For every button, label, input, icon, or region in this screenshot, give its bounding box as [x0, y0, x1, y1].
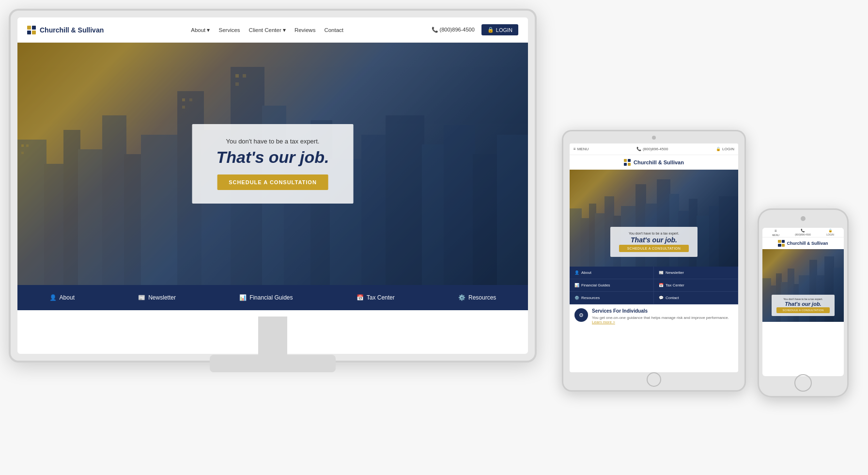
tablet-logo-row[interactable]: Churchill & Sullivan [570, 155, 738, 170]
tablet-menu-item[interactable]: ≡ MENU [574, 147, 589, 151]
lock-icon: 🔒 [487, 27, 494, 33]
tablet-hero-subtitle: You don't have to be a tax expert. [619, 232, 689, 235]
phone-home-button[interactable] [794, 374, 812, 392]
tablet-phone-label: (800)896-4500 [643, 147, 668, 151]
nav-reviews[interactable]: Reviews [294, 27, 315, 33]
bottom-nav-resources[interactable]: ⚙️ Resources [458, 294, 496, 301]
tablet-brand-name: Churchill & Sullivan [634, 159, 684, 165]
tablet-link-contact-label: Contact [666, 296, 679, 300]
tablet-links-grid: 👤 About 📰 Newsletter 📊 Financial Guides … [570, 267, 738, 304]
calendar-icon-tablet: 📅 [659, 283, 664, 287]
phone-logo-icon [778, 240, 785, 247]
phone-camera [801, 216, 806, 221]
phone-icon-tablet: 📞 [636, 147, 641, 151]
hamburger-icon-phone: ≡ [775, 229, 777, 233]
tablet-link-contact[interactable]: 💬 Contact [654, 292, 738, 304]
tablet-link-financial-label: Financial Guides [581, 283, 610, 287]
tablet-services-title: Services For Individuals [592, 308, 729, 314]
phone-schedule-button[interactable]: SCHEDULE A CONSULTATION [776, 307, 830, 313]
phone-logo-row[interactable]: Churchill & Sullivan [762, 238, 844, 249]
tablet-services-link[interactable]: Learn more > [592, 320, 729, 324]
login-label: LOGIN [496, 27, 512, 33]
desktop-login-button[interactable]: 🔒 LOGIN [481, 24, 518, 35]
desktop-schedule-button[interactable]: SCHEDULE A CONSULTATION [217, 174, 328, 190]
tablet-hero-title: That's our job. [619, 236, 689, 244]
tablet-link-about-label: About [581, 270, 591, 275]
phone-menu-item[interactable]: ≡ MENU [772, 229, 779, 237]
tablet-phone-item[interactable]: 📞 (800)896-4500 [636, 147, 668, 151]
phone-device: ≡ MENU 📞 (800)896-4500 🔒 LOGIN [758, 208, 849, 397]
bottom-about-label: About [60, 294, 75, 301]
phone-hero-content: You don't have to be a tax expert. That'… [772, 295, 835, 316]
tablet-logo-icon [624, 159, 631, 166]
tablet-link-tax[interactable]: 📅 Tax Center [654, 279, 738, 292]
contact-icon-tablet: 💬 [659, 296, 664, 300]
desktop-nav-right: 📞 (800)896-4500 🔒 LOGIN [432, 24, 518, 35]
gear-icon-tablet: ⚙️ [574, 296, 579, 300]
bottom-tax-label: Tax Center [367, 294, 395, 301]
tablet-screen: ≡ MENU 📞 (800)896-4500 🔒 LOGIN [570, 143, 738, 372]
phone-bezel: ≡ MENU 📞 (800)896-4500 🔒 LOGIN [758, 208, 849, 397]
nav-services[interactable]: Services [219, 27, 240, 33]
tablet-link-financial[interactable]: 📊 Financial Guides [570, 279, 654, 292]
tablet-camera [652, 136, 656, 140]
bottom-nav-tax-center[interactable]: 📅 Tax Center [356, 294, 395, 301]
hamburger-icon: ≡ [574, 147, 576, 151]
bottom-nav-about[interactable]: 👤 About [49, 294, 75, 301]
desktop-nav-links: About ▾ Services Client Center ▾ Reviews… [191, 27, 343, 33]
desktop-phone: 📞 (800)896-4500 [432, 27, 475, 33]
nav-about[interactable]: About ▾ [191, 27, 210, 33]
user-icon-tablet: 👤 [574, 270, 579, 275]
tablet-link-newsletter[interactable]: 📰 Newsletter [654, 267, 738, 279]
tablet-bezel: ≡ MENU 📞 (800)896-4500 🔒 LOGIN [562, 130, 746, 392]
tablet-services-desc: You get one-on-one guidance that helps m… [592, 316, 729, 320]
desktop-hero-title: That's our job. [217, 148, 329, 167]
phone-screen: ≡ MENU 📞 (800)896-4500 🔒 LOGIN [762, 228, 844, 376]
tablet-device: ≡ MENU 📞 (800)896-4500 🔒 LOGIN [562, 130, 746, 392]
tablet-login-item[interactable]: 🔒 LOGIN [716, 147, 734, 151]
lock-icon-phone: 🔒 [828, 229, 833, 233]
nav-contact[interactable]: Contact [324, 27, 343, 33]
monitor-stand-neck [258, 317, 287, 355]
tablet-home-button[interactable] [647, 372, 661, 387]
settings-icon: ⚙ [579, 312, 584, 318]
user-icon: 👤 [49, 294, 57, 301]
services-icon: ⚙ [574, 308, 588, 322]
phone-brand-name: Churchill & Sullivan [787, 241, 828, 246]
tablet-hero: You don't have to be a tax expert. That'… [570, 170, 738, 267]
chart-icon: 📊 [239, 294, 247, 301]
tablet-link-tax-label: Tax Center [666, 283, 684, 287]
desktop-monitor: Churchill & Sullivan About ▾ Services Cl… [9, 9, 537, 406]
chart-icon-tablet: 📊 [574, 283, 579, 287]
tablet-link-newsletter-label: Newsletter [666, 270, 684, 275]
desktop-bottom-nav: 👤 About 📰 Newsletter 📊 Financial Guides … [17, 285, 528, 310]
bottom-nav-financial-guides[interactable]: 📊 Financial Guides [239, 294, 293, 301]
desktop-hero-subtitle: You don't have to be a tax expert. [217, 138, 329, 145]
tablet-menu-label: MENU [577, 147, 589, 151]
desktop-logo[interactable]: Churchill & Sullivan [27, 26, 104, 34]
tablet-hero-content: You don't have to be a tax expert. That'… [610, 227, 698, 257]
newsletter-icon: 📰 [138, 294, 145, 301]
phone-phone-item[interactable]: 📞 (800)896-4500 [795, 229, 811, 236]
bottom-newsletter-label: Newsletter [148, 294, 176, 301]
phone-login-label: LOGIN [826, 233, 834, 236]
phone-icon-phone: 📞 [801, 229, 805, 233]
bottom-nav-newsletter[interactable]: 📰 Newsletter [138, 294, 176, 301]
phone-menu-label: MENU [772, 234, 779, 237]
phone-topbar: ≡ MENU 📞 (800)896-4500 🔒 LOGIN [762, 228, 844, 238]
phone-hero-subtitle: You don't have to be a tax expert. [776, 298, 830, 301]
tablet-link-about[interactable]: 👤 About [570, 267, 654, 279]
tablet-services-text: Services For Individuals You get one-on-… [592, 308, 729, 324]
tablet-schedule-button[interactable]: SCHEDULE A CONSULTATION [619, 245, 689, 252]
scene: Churchill & Sullivan About ▾ Services Cl… [0, 0, 868, 475]
nav-client-center[interactable]: Client Center ▾ [249, 27, 286, 33]
phone-hero-title: That's our job. [776, 301, 830, 307]
tablet-link-resources-label: Resources [581, 296, 600, 300]
phone-login-item[interactable]: 🔒 LOGIN [826, 229, 834, 236]
calendar-icon: 📅 [356, 294, 364, 301]
bottom-resources-label: Resources [468, 294, 496, 301]
lock-icon-tablet: 🔒 [716, 147, 721, 151]
tablet-link-resources[interactable]: ⚙️ Resources [570, 292, 654, 304]
desktop-navbar: Churchill & Sullivan About ▾ Services Cl… [17, 17, 528, 43]
phone-phone-label: (800)896-4500 [795, 233, 811, 236]
